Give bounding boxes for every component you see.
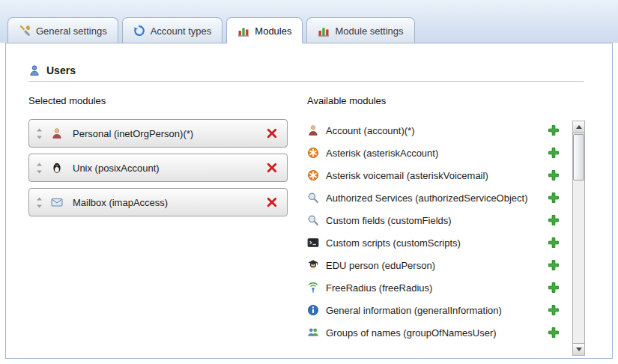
- asterisk-voicemail-icon: [307, 169, 319, 181]
- add-module-button[interactable]: [548, 237, 560, 249]
- drag-handle-icon[interactable]: [35, 196, 43, 208]
- tab-label: Account types: [151, 25, 212, 37]
- available-modules-label: Available modules: [307, 95, 585, 106]
- search-icon: [307, 214, 319, 226]
- group-icon: [307, 327, 319, 339]
- scrollbar-thumb[interactable]: [573, 134, 584, 181]
- add-module-button[interactable]: [548, 192, 560, 204]
- edu-person-icon: [307, 259, 319, 271]
- selected-modules-label: Selected modules: [28, 95, 288, 106]
- available-module-row: General information (generalInformation): [307, 299, 563, 321]
- tab-general-settings[interactable]: General settings: [7, 17, 118, 43]
- section-users: Users: [28, 64, 585, 76]
- tab-module-settings[interactable]: Module settings: [306, 17, 414, 43]
- modules-columns: Selected modules Personal (inetOrgPerson…: [24, 92, 585, 356]
- freeradius-icon: [307, 282, 319, 294]
- selected-module-row[interactable]: Unix (posixAccount): [28, 154, 288, 182]
- section-divider: [28, 81, 584, 82]
- drag-handle-icon[interactable]: [35, 162, 43, 174]
- scroll-up-arrow-icon: [576, 125, 582, 129]
- available-module-row: Asterisk voicemail (asteriskVoicemail): [307, 164, 563, 186]
- content-panel: Users Selected modules Personal (inetOrg…: [5, 43, 613, 359]
- scrollbar-track[interactable]: [573, 133, 584, 343]
- selected-modules-list: Personal (inetOrgPerson)(*)Unix (posixAc…: [28, 119, 288, 216]
- tab-label: General settings: [36, 25, 107, 37]
- scrollbar-up-button[interactable]: [573, 121, 584, 133]
- module-name: FreeRadius (freeRadius): [326, 282, 432, 294]
- general-settings-icon: [19, 25, 31, 37]
- available-module-row: Asterisk (asteriskAccount): [307, 142, 563, 164]
- module-name: Custom scripts (customScripts): [326, 237, 461, 249]
- tab-label: Module settings: [335, 25, 403, 37]
- module-name: Asterisk voicemail (asteriskVoicemail): [326, 170, 488, 181]
- available-modules-list: Account (account)(*)Asterisk (asteriskAc…: [307, 119, 563, 344]
- selected-modules-column: Selected modules Personal (inetOrgPerson…: [28, 92, 288, 356]
- scrollbar-down-button[interactable]: [573, 343, 584, 355]
- tab-label: Modules: [255, 25, 291, 37]
- available-module-row: Account (account)(*): [307, 119, 563, 142]
- tab-bar: General settingsAccount typesModulesModu…: [0, 0, 618, 43]
- module-name: Authorized Services (authorizedServiceOb…: [326, 192, 528, 204]
- remove-module-button[interactable]: [266, 127, 278, 139]
- module-name: EDU person (eduPerson): [326, 260, 435, 271]
- available-module-row: Custom scripts (customScripts): [307, 231, 563, 254]
- scroll-down-arrow-icon: [576, 348, 582, 351]
- remove-module-button[interactable]: [266, 162, 278, 174]
- scrollbar[interactable]: [572, 121, 585, 356]
- users-icon: [28, 64, 40, 76]
- asterisk-icon: [307, 147, 319, 159]
- selected-module-row[interactable]: Mailbox (imapAccess): [28, 188, 288, 216]
- account-types-icon: [133, 25, 145, 37]
- add-module-button[interactable]: [548, 214, 560, 226]
- add-module-button[interactable]: [548, 327, 560, 339]
- add-module-button[interactable]: [548, 304, 560, 316]
- info-icon: [307, 304, 319, 316]
- add-module-button[interactable]: [548, 259, 560, 271]
- modules-icon: [237, 25, 249, 37]
- personal-icon: [51, 127, 63, 139]
- add-module-button[interactable]: [548, 147, 560, 159]
- module-name: Mailbox (imapAccess): [73, 197, 168, 208]
- tab-account-types[interactable]: Account types: [122, 17, 223, 43]
- available-module-row: EDU person (eduPerson): [307, 254, 563, 276]
- script-icon: [307, 237, 319, 249]
- tab-modules[interactable]: Modules: [226, 17, 303, 43]
- module-name: General information (generalInformation): [326, 305, 502, 316]
- add-module-button[interactable]: [548, 282, 560, 294]
- section-title: Users: [46, 64, 76, 76]
- module-name: Personal (inetOrgPerson)(*): [73, 128, 193, 139]
- module-name: Asterisk (asteriskAccount): [326, 148, 438, 159]
- selected-module-row[interactable]: Personal (inetOrgPerson)(*): [28, 119, 288, 148]
- available-modules-column: Available modules Account (account)(*)As…: [307, 92, 585, 356]
- add-module-button[interactable]: [548, 124, 560, 136]
- search-icon: [307, 192, 319, 204]
- add-module-button[interactable]: [548, 169, 560, 181]
- module-name: Custom fields (customFields): [326, 215, 452, 226]
- available-module-row: Custom fields (customFields): [307, 209, 563, 231]
- module-name: Account (account)(*): [326, 125, 415, 136]
- remove-module-button[interactable]: [266, 196, 278, 208]
- drag-handle-icon[interactable]: [35, 127, 43, 139]
- available-module-row: FreeRadius (freeRadius): [307, 276, 563, 299]
- account-icon: [307, 124, 319, 136]
- mailbox-icon: [51, 196, 63, 208]
- available-module-row: Authorized Services (authorizedServiceOb…: [307, 186, 563, 209]
- module-name: Groups of names (groupOfNamesUser): [326, 327, 497, 339]
- unix-icon: [51, 162, 63, 174]
- available-module-row: Groups of names (groupOfNamesUser): [307, 321, 563, 344]
- available-modules-wrap: Account (account)(*)Asterisk (asteriskAc…: [307, 119, 585, 356]
- module-name: Unix (posixAccount): [73, 163, 160, 174]
- module-settings-icon: [318, 25, 330, 37]
